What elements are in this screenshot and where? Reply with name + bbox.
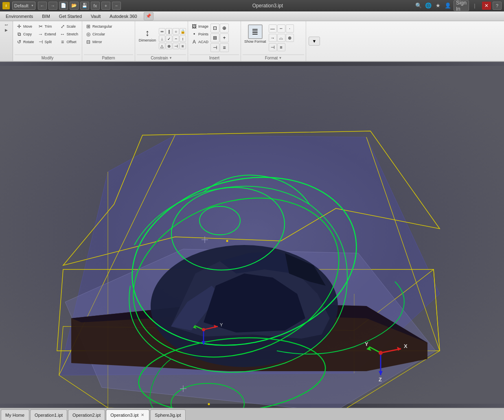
btn-dimension[interactable]: ↕ Dimension <box>137 27 158 43</box>
btn-fmt-1[interactable]: — <box>269 24 277 33</box>
btn-ins-5[interactable]: ⊣ <box>210 43 219 52</box>
btn-constraint-vert[interactable]: ∥ <box>166 28 172 35</box>
settings-btn[interactable]: ▼ <box>309 37 320 46</box>
btn-rotate[interactable]: ↺ Rotate <box>15 38 35 46</box>
btn-fmt-6[interactable]: ⊕ <box>286 34 294 42</box>
btn-constraint-2[interactable]: ⟂ <box>159 35 165 42</box>
circular-icon: ◎ <box>85 31 92 37</box>
btn-circular[interactable]: ◎ Circular <box>84 31 114 38</box>
menu-bim[interactable]: BIM <box>38 12 54 20</box>
menu-get-started[interactable]: Get Started <box>55 12 86 20</box>
mirror-icon: ⊟ <box>85 39 92 45</box>
btn-constraint-7[interactable]: ⊕ <box>166 43 172 49</box>
btn-extend[interactable]: → Extend <box>36 31 57 38</box>
btn-trim[interactable]: ✂ Trim <box>36 23 57 30</box>
svg-text:Z: Z <box>379 376 382 383</box>
btn-fmt-4[interactable]: → <box>269 34 277 42</box>
tab-bar: My Home Operation1.ipt Operation2.ipt Op… <box>0 408 504 420</box>
stretch-icon: ↔ <box>59 31 66 37</box>
menu-environments[interactable]: Environments <box>2 12 37 20</box>
btn-fmt-2[interactable]: ╌ <box>277 24 285 33</box>
offset-icon: ≡ <box>59 39 66 45</box>
btn-points[interactable]: • Points <box>190 31 210 38</box>
workspace-dropdown[interactable]: Default <box>12 2 35 10</box>
btn-fmt-7[interactable]: ⊣ <box>269 43 277 51</box>
btn-split[interactable]: ⊣ Split <box>36 38 57 46</box>
close-button[interactable]: ✕ <box>482 2 491 10</box>
left-panel[interactable]: t ▶ <box>0 21 13 61</box>
btn-scale[interactable]: ⤢ Scale <box>58 23 80 30</box>
tab-spherejig[interactable]: SphereJig.ipt <box>150 409 185 420</box>
star-icon[interactable]: ★ <box>434 2 442 10</box>
format-expand-arrow[interactable]: ▼ <box>278 56 282 60</box>
btn-ins-6[interactable]: ≡ <box>220 43 229 52</box>
save-icon[interactable]: 💾 <box>80 2 89 10</box>
btn-constraint-circle[interactable]: ○ <box>173 28 179 35</box>
menu-bar: Environments BIM Get Started Vault Autod… <box>0 11 504 21</box>
title-bar: I Default ← → 📄 📂 💾 fx + − Operation3.ip… <box>0 0 504 11</box>
ribbon-group-pattern: ⊞ Rectangular ◎ Circular ⊟ Mirror Patter… <box>82 21 135 61</box>
dimension-icon: ↕ <box>142 28 152 38</box>
points-icon: • <box>191 31 197 37</box>
scene-svg: X Y Z Y <box>0 62 504 408</box>
left-panel-label: t <box>3 23 9 27</box>
btn-acad[interactable]: A ACAD <box>190 38 210 46</box>
btn-fmt-8[interactable]: ≡ <box>277 43 285 51</box>
btn-move[interactable]: ✛ Move <box>15 23 35 30</box>
tab-operation2[interactable]: Operation2.ipt <box>68 409 105 420</box>
btn-show-format[interactable]: ≣ Show Format <box>243 23 268 46</box>
btn-constraint-lock[interactable]: 🔒 <box>180 28 186 35</box>
forward-icon[interactable]: → <box>48 2 57 10</box>
pin-button[interactable]: 📌 <box>144 12 153 20</box>
btn-constraint-4[interactable]: ⌢ <box>173 35 179 42</box>
btn-fmt-5[interactable]: ⌓ <box>277 34 285 42</box>
svg-point-47 <box>208 403 210 405</box>
btn-constraint-5[interactable]: ↕ <box>180 35 186 42</box>
btn-mirror[interactable]: ⊟ Mirror <box>84 38 114 46</box>
copy-icon: ⧉ <box>16 31 22 37</box>
btn-constraint-horiz[interactable]: ═ <box>159 28 165 35</box>
ribbon-group-modify: ✛ Move ⧉ Copy ↺ Rotate ✂ Trim → <box>13 21 82 61</box>
tab-my-home[interactable]: My Home <box>1 409 29 420</box>
ribbon-group-format: ≣ Show Format — ╌ · → ⌓ ⊕ <box>241 21 306 61</box>
ribbon-group-dimension: ↕ Dimension ═ ∥ ○ 🔒 ⟂ ✓ ⌢ ↕ <box>135 21 188 61</box>
btn-rectangular[interactable]: ⊞ Rectangular <box>84 23 114 30</box>
ribbon-group-insert: 🖼 Image • Points A ACAD ⊡ ⊕ ⊞ <box>188 21 241 61</box>
plus-icon[interactable]: + <box>101 2 110 10</box>
sign-in-button[interactable]: Sign In <box>454 0 469 11</box>
separator-icon: | <box>471 2 479 10</box>
viewport[interactable]: X Y Z Y <box>0 62 504 408</box>
btn-constraint-6[interactable]: △ <box>159 43 165 49</box>
btn-copy[interactable]: ⧉ Copy <box>15 31 35 38</box>
btn-constraint-3[interactable]: ✓ <box>166 35 172 42</box>
tab-operation1[interactable]: Operation1.ipt <box>30 409 67 420</box>
search-icon[interactable]: 🔍 <box>414 2 423 10</box>
globe-icon[interactable]: 🌐 <box>424 2 432 10</box>
help-button[interactable]: ? <box>493 2 502 10</box>
open-icon[interactable]: 📂 <box>70 2 79 10</box>
right-icons: 🔍 🌐 ★ 👤 Sign In | ✕ ? <box>414 0 502 11</box>
settings-area: ▼ <box>306 21 322 61</box>
menu-vault[interactable]: Vault <box>87 12 105 20</box>
btn-ins-1[interactable]: ⊡ <box>210 24 219 33</box>
back-icon[interactable]: ← <box>38 2 47 10</box>
split-icon: ⊣ <box>37 39 44 45</box>
constrain-expand-arrow[interactable]: ▼ <box>169 56 172 60</box>
function-icon[interactable]: fx <box>91 2 100 10</box>
left-panel-expand[interactable]: ▶ <box>5 28 8 32</box>
btn-constraint-9[interactable]: ≡ <box>180 43 186 49</box>
btn-offset[interactable]: ≡ Offset <box>58 38 80 46</box>
minus-icon[interactable]: − <box>112 2 121 10</box>
btn-stretch[interactable]: ↔ Stretch <box>58 31 80 38</box>
btn-ins-4[interactable]: + <box>220 33 229 42</box>
btn-image[interactable]: 🖼 Image <box>190 23 210 30</box>
new-icon[interactable]: 📄 <box>59 2 68 10</box>
menu-autodesk-360[interactable]: Autodesk 360 <box>105 12 141 20</box>
tab-operation3[interactable]: Operation3.ipt ✕ <box>106 409 149 420</box>
btn-fmt-3[interactable]: · <box>286 24 294 33</box>
btn-ins-2[interactable]: ⊕ <box>220 24 229 33</box>
tab-operation3-close[interactable]: ✕ <box>140 413 145 418</box>
btn-ins-3[interactable]: ⊞ <box>210 33 219 42</box>
person-icon[interactable]: 👤 <box>444 2 452 10</box>
btn-constraint-8[interactable]: ⊣ <box>173 43 179 49</box>
